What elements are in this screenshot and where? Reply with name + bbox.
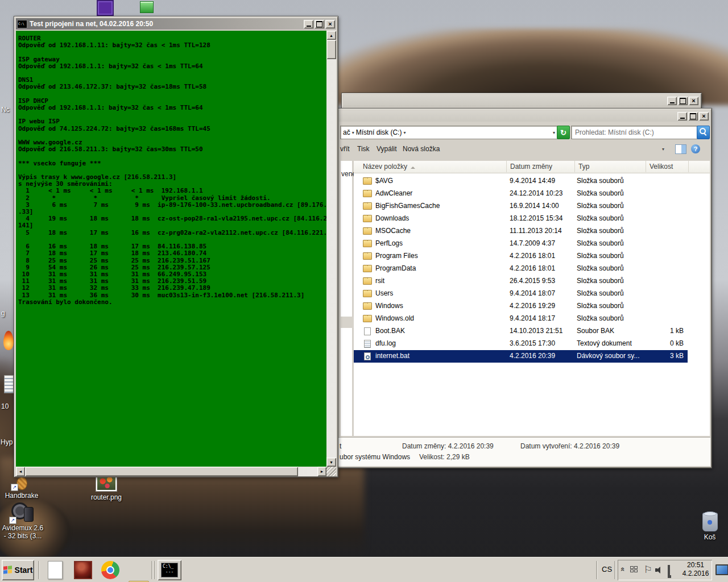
file-row[interactable]: Windows.old9.4.2014 18:17Složka souborů — [354, 313, 688, 325]
resize-grip[interactable] — [326, 467, 336, 476]
refresh-button[interactable]: ↻ — [557, 126, 570, 139]
minimize-button[interactable] — [667, 97, 677, 105]
terminal-window: C:\ Test pripojeni na net, 04.02.2016 20… — [14, 16, 338, 477]
scroll-left-button[interactable]: ◄ — [16, 467, 25, 476]
vertical-scroll-thumb[interactable] — [326, 40, 336, 59]
file-date: 9.4.2014 18:17 — [510, 314, 575, 322]
file-row[interactable]: $AVG9.4.2014 14:49Složka souborů — [354, 175, 688, 188]
desktop-icon-avidemux[interactable]: ↗ Avidemux 2.6 - 32 bits (3... — [0, 502, 46, 540]
quicklaunch-game-icon[interactable] — [74, 561, 92, 579]
help-icon[interactable]: ? — [691, 144, 700, 153]
address-crumb[interactable]: Místní disk (C:) — [356, 128, 402, 136]
device-chip-icon[interactable] — [97, 0, 114, 16]
search-placeholder: Prohledat: Místní disk (C:) — [575, 128, 654, 136]
minimize-button[interactable] — [304, 20, 313, 28]
file-type: Složka souborů — [577, 239, 644, 247]
column-header-date[interactable]: Datum změny — [507, 161, 575, 172]
details-modified: Datum změny: 4.2.2016 20:39 — [402, 442, 494, 450]
desktop-icon-recycle-bin[interactable]: Koš — [695, 513, 725, 541]
address-dropdown-icon[interactable]: ▾ — [553, 130, 555, 135]
file-row[interactable]: BigFishGamesCache16.9.2014 14:00Složka s… — [354, 200, 688, 213]
address-bar[interactable]: ač ▾ Místní disk (C:) ▾ ▾ — [340, 126, 558, 139]
file-name: Program Files — [375, 252, 506, 260]
file-row[interactable]: Users9.4.2014 18:07Složka souborů — [354, 288, 688, 300]
file-row[interactable]: internet.bat4.2.2016 20:39Dávkový soubor… — [354, 350, 688, 363]
network-card-icon[interactable] — [140, 1, 154, 13]
search-button[interactable] — [697, 126, 710, 139]
file-date: 9.4.2014 14:49 — [510, 177, 575, 185]
task-button-cmd[interactable]: C:\_ --- — [158, 560, 181, 580]
file-row[interactable]: dfu.log3.6.2015 17:30Textový dokument0 k… — [354, 338, 688, 350]
explorer-titlebar[interactable]: × — [339, 110, 710, 122]
scroll-down-button[interactable]: ▼ — [326, 458, 336, 467]
show-desktop-icon[interactable] — [715, 564, 728, 575]
vertical-scrollbar[interactable]: ▲ ▼ — [326, 31, 336, 467]
toolbar-open-fragment[interactable]: vřít — [340, 145, 350, 153]
folder-icon — [363, 252, 372, 260]
flame-icon[interactable] — [3, 331, 14, 350]
file-row[interactable]: Boot.BAK14.10.2013 21:51Soubor BAK1 kB — [354, 325, 688, 338]
get-windows10-icon[interactable] — [630, 566, 639, 573]
maximize-button[interactable] — [678, 97, 688, 105]
file-row[interactable]: rsit26.4.2015 9:53Složka souborů — [354, 275, 688, 288]
shortcut-arrow-icon: ↗ — [11, 484, 18, 491]
nav-pane[interactable]: vené — [341, 161, 352, 436]
file-row[interactable]: Downloads18.12.2015 15:34Složka souborů — [354, 213, 688, 225]
network-icon[interactable] — [668, 565, 670, 577]
toolbar-new-folder[interactable]: Nová složka — [403, 145, 440, 153]
horizontal-scrollbar[interactable]: ◄ ► — [16, 467, 326, 476]
column-header-size[interactable]: Velikost — [646, 161, 689, 172]
icon-label: Handbrake — [1, 492, 42, 500]
icon-label: - 32 bits (3... — [0, 532, 46, 540]
maximize-button[interactable] — [688, 112, 698, 120]
file-name: Downloads — [375, 214, 506, 222]
file-row[interactable]: MSOCache11.11.2013 20:14Složka souborů — [354, 225, 688, 238]
file-type: Složka souborů — [577, 252, 644, 260]
file-name: internet.bat — [375, 352, 506, 360]
quicklaunch-document-icon[interactable] — [48, 561, 63, 579]
preview-pane-icon[interactable] — [675, 144, 686, 154]
toolbar-print[interactable]: Tisk — [357, 145, 370, 153]
clock-date: 4.2.2016 — [680, 569, 711, 578]
close-button[interactable]: × — [325, 20, 335, 28]
column-header-type[interactable]: Typ — [575, 161, 646, 172]
details-type-fragment: ubor systému Windows — [340, 453, 410, 461]
start-button[interactable]: Start — [2, 560, 34, 580]
file-date: 3.6.2015 17:30 — [510, 339, 575, 347]
file-name: Windows — [375, 302, 506, 310]
horizontal-scroll-thumb[interactable] — [25, 467, 298, 476]
file-type: Složka souborů — [577, 264, 644, 272]
background-window-titlebar[interactable]: × — [344, 95, 700, 106]
document-list-icon[interactable] — [4, 375, 14, 393]
search-input[interactable]: Prohledat: Místní disk (C:) — [571, 126, 701, 139]
folder-icon — [363, 227, 372, 235]
taskbar-divider — [154, 561, 156, 579]
file-row[interactable]: Program Files4.2.2016 18:01Složka soubor… — [354, 250, 688, 263]
close-button[interactable]: × — [699, 112, 709, 120]
file-size: 3 kB — [646, 352, 684, 360]
show-hidden-icons-chevron[interactable]: « — [619, 567, 627, 571]
file-name: rsit — [375, 277, 506, 285]
tray-clock[interactable]: 20:51 4.2.2016 — [680, 561, 711, 578]
nav-pane-band — [340, 317, 354, 328]
file-row[interactable]: ProgramData4.2.2016 18:01Složka souborů — [354, 263, 688, 275]
view-dropdown-icon[interactable]: ▾ — [662, 147, 664, 152]
column-header-name[interactable]: Název položky — [354, 161, 507, 172]
quicklaunch-chrome-icon[interactable] — [101, 561, 119, 579]
terminal-content[interactable]: ROUTER Odpověď od 192.168.1.11: bajty=32… — [16, 31, 326, 467]
minimize-button[interactable] — [677, 112, 687, 120]
scroll-up-button[interactable]: ▲ — [326, 31, 336, 40]
language-indicator[interactable]: CS — [602, 565, 612, 573]
action-center-flag-icon[interactable]: ⚐ — [644, 564, 652, 576]
scroll-right-button[interactable]: ► — [317, 467, 326, 476]
file-date: 11.11.2013 20:14 — [510, 227, 575, 235]
file-size: 0 kB — [646, 339, 684, 347]
terminal-titlebar[interactable]: C:\ Test pripojeni na net, 04.02.2016 20… — [16, 18, 336, 30]
file-row[interactable]: Windows4.2.2016 19:29Složka souborů — [354, 300, 688, 313]
close-button[interactable]: × — [689, 97, 698, 105]
maximize-button[interactable] — [315, 20, 324, 28]
toolbar-burn[interactable]: Vypálit — [377, 145, 397, 153]
file-row[interactable]: PerfLogs14.7.2009 4:37Složka souborů — [354, 238, 688, 250]
file-date: 4.2.2016 20:39 — [510, 352, 575, 360]
file-row[interactable]: AdwCleaner24.12.2014 10:23Složka souborů — [354, 188, 688, 200]
